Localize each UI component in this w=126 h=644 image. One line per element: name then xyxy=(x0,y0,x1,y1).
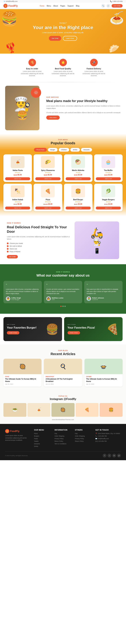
insta-item-0[interactable]: 🥗 xyxy=(4,403,26,417)
promo-pizza-btn[interactable]: Order It Now xyxy=(68,331,80,334)
testimonials-title: What our customer say about us xyxy=(4,274,122,278)
testimonials-tag: How It Works xyxy=(4,271,122,273)
footer-logo-text: FoodFly xyxy=(10,430,19,432)
nav-blog[interactable]: Blog xyxy=(76,5,79,7)
nav-support[interactable]: Support xyxy=(68,5,74,7)
add-to-cart-0[interactable]: Add to Cart xyxy=(5,177,30,180)
insta-item-1[interactable]: 🍝 xyxy=(27,403,50,417)
footer-others-item-2[interactable]: Privacy Policy xyxy=(75,438,92,440)
author-avatar-2: 👨‍🦱 xyxy=(87,296,91,301)
facebook-icon[interactable]: f xyxy=(103,454,106,458)
step-2: We cook & deliver xyxy=(7,245,71,247)
get-order-button[interactable]: Get Order xyxy=(112,4,122,8)
food-new-price-5: $8.99 xyxy=(48,203,52,205)
footer-info-item-4[interactable]: Term & Conditions xyxy=(55,443,71,444)
hero-eyebrow: Hungry? xyxy=(33,22,93,24)
author-info-2: Robert Johnson Customer xyxy=(92,297,104,300)
article-title-0[interactable]: The Ultimate Guide To Korean BBQ At Home xyxy=(5,378,40,383)
footer-logo[interactable]: 🍔 FoodFly xyxy=(5,429,31,433)
add-to-cart-7[interactable]: Add to Cart xyxy=(96,206,121,210)
filter-burger[interactable]: Burger xyxy=(48,148,58,152)
food-old-price-2: $7.99 xyxy=(74,174,77,176)
testimonial-1: " Ut enim ad minim veniam, quis nostrud … xyxy=(44,281,82,303)
twitter-icon[interactable]: t xyxy=(107,454,111,458)
instagram-url[interactable]: www.BestIdealNewThemes.com xyxy=(4,419,122,420)
step-3: Heat & eat xyxy=(7,248,71,250)
instagram-icon[interactable]: in xyxy=(112,454,116,458)
food-name-2: Martin Ablenka xyxy=(66,170,91,171)
footer-menu-item-5[interactable]: Drinks xyxy=(34,446,51,447)
footer-info-item-1[interactable]: Order Shipping xyxy=(55,435,71,437)
food-stars-4: ★★★★★ xyxy=(5,201,30,203)
add-to-cart-6[interactable]: Add to Cart xyxy=(66,206,91,210)
article-meta-1: Jan 12, 2024 xyxy=(46,383,80,385)
filter-chicken[interactable]: Chicken xyxy=(59,148,69,152)
footer-info-item-3[interactable]: Return Policy xyxy=(55,440,71,442)
testimonial-2: " Duis aute irure dolor in reprehenderit… xyxy=(84,281,122,303)
footer-copyright: © 2024 FoodFly. All Rights Reserved. xyxy=(5,455,28,456)
hero-learn-button[interactable]: Learn More xyxy=(63,36,77,41)
footer-others-col: Others Faq Order Shipping Privacy Policy… xyxy=(75,429,92,448)
quote-icon-2: " xyxy=(87,283,120,287)
food-price-1: $8.99 $5.99 xyxy=(35,174,60,176)
cart-icon[interactable]: 🛒 xyxy=(106,4,110,8)
insta-item-3[interactable]: 🍕 xyxy=(76,403,99,417)
footer-others-item-1[interactable]: Order Shipping xyxy=(75,435,92,437)
footer-menu-item-0[interactable]: Pizza xyxy=(34,433,51,434)
footer-menu-item-3[interactable]: Salads xyxy=(34,440,51,442)
site-logo[interactable]: 🍔 FoodFly xyxy=(4,4,18,8)
promo-burger-btn[interactable]: Order It Now xyxy=(7,331,19,334)
footer-contact-phone[interactable]: 📞 +123-456-789 xyxy=(95,435,121,437)
meal-desc1: Lorem ipsum dolor sit amet, consectetur … xyxy=(46,105,121,110)
dot-2[interactable] xyxy=(64,306,66,307)
food-img-beef: 🍔 xyxy=(71,185,85,197)
nav-menu[interactable]: Menu xyxy=(47,5,51,7)
view-more-button[interactable]: View More xyxy=(46,116,60,120)
food-name-0: Italian Pasta xyxy=(5,170,30,171)
add-to-cart-2[interactable]: Add to Cart xyxy=(66,177,91,180)
dot-1[interactable] xyxy=(62,306,64,307)
popular-header: Our Menu Popular Goods xyxy=(4,139,122,145)
hero-order-button[interactable]: Get Order xyxy=(49,36,61,41)
footer-contact-email[interactable]: ✉️ info@foodfly.com xyxy=(95,438,121,440)
nav-about[interactable]: About xyxy=(53,5,58,7)
articles-grid: 🥘 FOOD The Ultimate Guide To Korean BBQ … xyxy=(4,359,122,386)
delivery-order-button[interactable]: Get Order xyxy=(7,255,18,258)
search-icon[interactable]: 🔍 xyxy=(101,4,105,8)
add-to-cart-3[interactable]: Add to Cart xyxy=(96,177,121,180)
promo-pizza-title: Your Favorites Pizza! xyxy=(68,326,95,329)
hero-title: Your are in the Right place xyxy=(33,25,93,30)
dot-0[interactable] xyxy=(60,306,62,307)
delivery-title: Real Delicious Food Straight To Your Doo… xyxy=(7,225,71,234)
hero-lobster-image: 🦞 xyxy=(2,40,20,54)
food-img-shawarma: 🌮 xyxy=(41,156,55,168)
food-price-6: $8.99 $5.99 xyxy=(66,203,91,205)
food-name-1: Spicy Shawarma xyxy=(35,170,60,171)
insta-item-2[interactable]: 🥘 xyxy=(51,403,74,417)
filter-tabs: Pizza Food Burger Chicken Drinks Dessert… xyxy=(4,148,122,152)
nav-home[interactable]: Home xyxy=(40,5,44,7)
food-old-price-0: $9.99 xyxy=(14,174,17,176)
food-card-2: 🥙 Martin Ablenka ★★★★ $7.99 $5.99 Add to… xyxy=(64,154,92,182)
footer-menu-item-1[interactable]: Burgers xyxy=(34,435,51,437)
food-stars-6: ★★★★½ xyxy=(66,201,91,203)
add-to-cart-5[interactable]: Add to Cart xyxy=(35,206,60,210)
footer-others-item-0[interactable]: Faq xyxy=(75,433,92,434)
article-tag-2: DINNER xyxy=(86,376,121,377)
insta-item-4[interactable]: 🍔 xyxy=(100,403,122,417)
youtube-icon[interactable]: yt xyxy=(117,454,121,458)
article-title-1[interactable]: A Breakdown Of The Full English Breakfas… xyxy=(46,378,80,383)
article-title-2[interactable]: The Ultimate Guide to Korean BBQ At Home xyxy=(86,378,121,383)
add-to-cart-1[interactable]: Add to Cart xyxy=(35,177,60,180)
footer-info-item-0[interactable]: Faq xyxy=(55,433,71,434)
footer-menu-item-2[interactable]: Pasta xyxy=(34,438,51,440)
add-to-cart-4[interactable]: Add to Cart xyxy=(5,206,30,210)
filter-drinks[interactable]: Drinks xyxy=(70,148,80,152)
filter-pizza[interactable]: Pizza Food xyxy=(34,148,47,152)
nav-pages[interactable]: Pages xyxy=(60,5,65,7)
footer-info-item-2[interactable]: Privacy Policy xyxy=(55,438,71,440)
steps-list: Choose your meals We cook & deliver Heat… xyxy=(7,242,71,252)
footer-others-item-3[interactable]: Return Policy xyxy=(75,440,92,442)
filter-desserts[interactable]: Desserts xyxy=(81,148,92,152)
footer-menu-item-4[interactable]: Desserts xyxy=(34,443,51,444)
